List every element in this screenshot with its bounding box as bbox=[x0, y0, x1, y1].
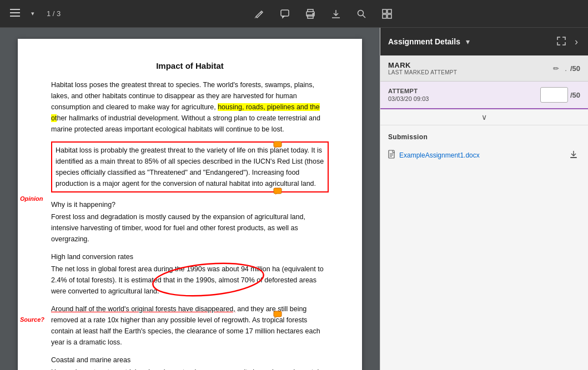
comment-bubble-3[interactable] bbox=[273, 311, 282, 321]
svg-rect-17 bbox=[274, 188, 282, 194]
svg-rect-6 bbox=[308, 15, 313, 18]
file-doc-icon bbox=[388, 150, 396, 160]
print-button[interactable] bbox=[302, 7, 319, 21]
underlined-text: Around half of the world's original fore… bbox=[51, 305, 235, 313]
search-button[interactable] bbox=[353, 7, 370, 21]
submission-label: Submission bbox=[388, 133, 580, 141]
svg-rect-20 bbox=[389, 150, 394, 158]
highlight-housing-roads: housing, roads, pipelines and the ot bbox=[51, 103, 320, 122]
toolbar-center bbox=[65, 7, 581, 21]
file-download-button[interactable] bbox=[567, 149, 580, 161]
main-area: Impact of Habitat Habitat loss poses the… bbox=[0, 28, 588, 370]
svg-rect-12 bbox=[383, 9, 386, 13]
attempt-score-slash: /50 bbox=[570, 91, 580, 99]
attempt-label: ATTEMPT bbox=[388, 88, 429, 94]
panel-navigation: › bbox=[555, 34, 580, 50]
download-button[interactable] bbox=[328, 7, 344, 21]
doc-title: Impact of Habitat bbox=[51, 61, 329, 70]
file-name-area: ExampleAssignment1.docx bbox=[388, 150, 480, 160]
panel-toggle-button[interactable] bbox=[7, 7, 23, 21]
svg-rect-0 bbox=[10, 9, 20, 10]
toolbar-left: ▾ 1 / 3 bbox=[7, 7, 65, 21]
paragraph-3: Forest loss and degradation is mostly ca… bbox=[51, 211, 329, 245]
attempt-date: 03/03/20 09:03 bbox=[388, 95, 429, 102]
svg-rect-1 bbox=[10, 12, 20, 13]
document-page: Impact of Habitat Habitat loss poses the… bbox=[18, 39, 362, 370]
svg-rect-13 bbox=[388, 9, 391, 13]
source-annotation: Source? bbox=[20, 316, 44, 323]
panel-header: Assignment Details ▾ › bbox=[380, 28, 588, 55]
annotate-button[interactable] bbox=[251, 7, 268, 21]
dropdown-icon: ▾ bbox=[31, 10, 34, 17]
chevron-down-icon: ∨ bbox=[481, 113, 487, 121]
panel-toggle-icon bbox=[10, 9, 20, 19]
panel-dropdown-button[interactable]: ▾ bbox=[464, 35, 472, 48]
opinion-annotation: Opinion bbox=[20, 195, 43, 202]
grid-button[interactable] bbox=[379, 7, 395, 21]
panel-dropdown-icon: ▾ bbox=[466, 37, 470, 46]
chevron-button[interactable]: ∨ bbox=[481, 113, 487, 121]
mark-score-area: ✏ . /50 bbox=[551, 63, 580, 74]
document-scroll[interactable]: Impact of Habitat Habitat loss poses the… bbox=[0, 28, 380, 370]
score-max: /50 bbox=[570, 64, 580, 73]
dropdown-button[interactable]: ▾ bbox=[28, 8, 38, 19]
file-name-link[interactable]: ExampleAssignment1.docx bbox=[399, 151, 480, 159]
panel-next-button[interactable]: › bbox=[572, 34, 580, 50]
mark-label-group: MARK LAST MARKED ATTEMPT bbox=[388, 61, 457, 75]
comment-bubble-1[interactable] bbox=[273, 141, 282, 151]
paragraph-3-heading: Why is it happening? bbox=[51, 199, 329, 210]
right-panel: Assignment Details ▾ › MARK LAST MARKED … bbox=[380, 28, 588, 370]
paragraph-5: Around half of the world's original fore… bbox=[51, 303, 329, 348]
paragraph-4: The net loss in global forest area durin… bbox=[51, 263, 329, 297]
svg-point-8 bbox=[313, 13, 314, 14]
paragraph-6-heading: Coastal and marine areas bbox=[51, 354, 329, 366]
pencil-icon: ✏ bbox=[553, 64, 559, 73]
document-viewer: Impact of Habitat Habitat loss poses the… bbox=[0, 28, 380, 370]
paragraph-2-boxed: Habitat loss is probably the greatest th… bbox=[51, 141, 329, 192]
attempt-info: ATTEMPT 03/03/20 09:03 bbox=[388, 88, 429, 102]
svg-line-3 bbox=[260, 12, 262, 13]
panel-expand-button[interactable] bbox=[555, 34, 568, 49]
paragraph-4-heading: High land conversion rates bbox=[51, 251, 329, 262]
score-separator: . bbox=[565, 64, 567, 73]
svg-rect-19 bbox=[274, 311, 282, 317]
panel-title-text: Assignment Details bbox=[388, 37, 460, 46]
paragraph-6: Human impact on terrestrial and marine n… bbox=[51, 367, 329, 370]
svg-rect-5 bbox=[281, 10, 289, 16]
attempt-score-input: /50 bbox=[540, 87, 580, 103]
svg-line-11 bbox=[363, 15, 365, 18]
chevron-row: ∨ bbox=[380, 109, 588, 125]
svg-line-4 bbox=[255, 17, 256, 18]
attempt-section: ATTEMPT 03/03/20 09:03 /50 bbox=[380, 82, 588, 109]
page-indicator: 1 / 3 bbox=[42, 9, 65, 18]
svg-rect-21 bbox=[570, 157, 577, 158]
paragraph-1: Habitat loss poses the greatest threat t… bbox=[51, 79, 329, 135]
svg-rect-15 bbox=[388, 14, 391, 18]
submission-file: ExampleAssignment1.docx bbox=[388, 146, 580, 164]
mark-section: MARK LAST MARKED ATTEMPT ✏ . /50 bbox=[380, 55, 588, 82]
submission-section: Submission ExampleAssignment1.docx bbox=[380, 125, 588, 370]
svg-rect-2 bbox=[10, 16, 20, 17]
toolbar: ▾ 1 / 3 bbox=[0, 0, 588, 28]
mark-title: MARK bbox=[388, 61, 457, 69]
mark-subtitle: LAST MARKED ATTEMPT bbox=[388, 69, 457, 75]
panel-title: Assignment Details ▾ bbox=[388, 35, 472, 48]
panel-next-icon: › bbox=[575, 36, 578, 47]
mark-edit-button[interactable]: ✏ bbox=[551, 63, 561, 74]
svg-rect-16 bbox=[274, 141, 282, 147]
comment-bubble-2[interactable] bbox=[273, 187, 282, 198]
attempt-score-field[interactable] bbox=[540, 87, 568, 103]
comment-button[interactable] bbox=[277, 7, 293, 21]
svg-rect-14 bbox=[383, 14, 386, 18]
paragraph-4-container: The net loss in global forest area durin… bbox=[51, 263, 329, 297]
